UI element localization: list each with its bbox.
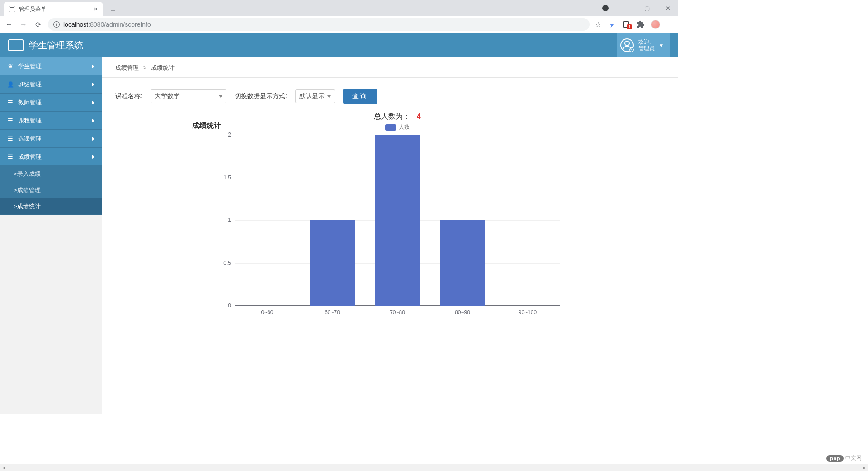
site-info-icon[interactable]: i (53, 21, 60, 28)
y-axis-tick: 1 (228, 217, 235, 223)
monitor-icon (9, 6, 15, 12)
reload-button[interactable]: ⟳ (33, 20, 42, 29)
monitor-icon (8, 39, 24, 51)
browser-tab[interactable]: 管理员菜单 × (4, 2, 103, 16)
sidebar-subitem-enter-score[interactable]: >录入成绩 (0, 166, 102, 182)
chevron-right-icon (92, 64, 94, 69)
display-mode-select[interactable]: 默认显示 (295, 89, 335, 103)
sidebar-subitem-manage-score[interactable]: >成绩管理 (0, 182, 102, 198)
brand: 学生管理系统 (8, 39, 83, 52)
search-button[interactable]: 查询 (343, 89, 377, 104)
forward-button[interactable]: → (19, 20, 28, 29)
y-axis-tick: 0 (228, 302, 235, 309)
app-body: 学生管理 班级管理 教师管理 课程管理 选课管理 成绩管理 >录入成绩 >成绩管… (0, 57, 678, 414)
total-count-label: 总人数为： (374, 113, 410, 120)
bar[interactable] (375, 135, 420, 306)
breadcrumb: 成绩管理 > 成绩统计 (102, 57, 678, 78)
tab-strip: 管理员菜单 × ＋ — ▢ ✕ (0, 0, 678, 16)
chart-container: 成绩统计 总人数为： 4 人数 00.511.520 (102, 108, 678, 325)
bar-slot (300, 135, 365, 306)
bar-slot (365, 135, 430, 306)
extensions-puzzle-icon[interactable] (637, 20, 645, 28)
course-name-label: 课程名称: (115, 92, 142, 100)
chart-plot: 00.511.520~6060~7070~8080~9090~100 (235, 135, 560, 316)
breadcrumb-current: 成绩统计 (151, 64, 175, 71)
sidebar-subitem-label: >录入成绩 (14, 170, 41, 178)
chevron-right-icon (92, 82, 94, 87)
toolbar-right: ☆ ➤ 1 ⋮ (595, 20, 674, 29)
maximize-button[interactable]: ▢ (637, 1, 657, 15)
sidebar-submenu-score: >录入成绩 >成绩管理 >成绩统计 (0, 166, 102, 215)
back-button[interactable]: ← (5, 20, 14, 29)
url-path: /admin/scoreInfo (104, 21, 151, 28)
x-axis-label: 60~70 (325, 309, 340, 316)
filter-bar: 课程名称: 大学数学 切换数据显示方式: 默认显示 查询 (102, 78, 678, 108)
sidebar-subitem-label: >成绩统计 (14, 203, 41, 211)
leaf-icon (7, 63, 14, 70)
close-icon[interactable]: × (94, 5, 98, 13)
sidebar-item-elective[interactable]: 选课管理 (0, 130, 102, 148)
sidebar-item-label: 成绩管理 (18, 153, 42, 161)
sidebar-item-label: 选课管理 (18, 135, 42, 143)
chevron-right-icon (92, 155, 94, 159)
gear-icon (629, 47, 634, 52)
breadcrumb-separator: > (143, 64, 147, 71)
chart-legend[interactable]: 人数 (235, 123, 560, 131)
chevron-right-icon (92, 118, 94, 123)
user-avatar-icon (620, 38, 634, 52)
app-title: 学生管理系统 (29, 39, 83, 52)
bars-container (235, 135, 560, 306)
address-bar: ← → ⟳ i localhost:8080/admin/scoreInfo ☆… (0, 16, 678, 33)
star-icon[interactable]: ☆ (595, 20, 601, 29)
y-axis-tick: 2 (228, 132, 235, 138)
list-icon (7, 153, 14, 160)
sidebar-item-teacher[interactable]: 教师管理 (0, 94, 102, 112)
kebab-menu-icon[interactable]: ⋮ (666, 20, 674, 29)
total-count-value: 4 (417, 113, 421, 120)
bar-slot (495, 135, 560, 306)
list-icon (7, 117, 14, 124)
chevron-down-icon: ▼ (659, 43, 664, 48)
extension-icon[interactable]: 1 (622, 20, 630, 28)
sidebar-item-course[interactable]: 课程管理 (0, 112, 102, 130)
display-mode-label: 切换数据显示方式: (235, 92, 287, 100)
sidebar-item-label: 课程管理 (18, 117, 42, 125)
display-mode-value: 默认显示 (299, 92, 325, 100)
course-select[interactable]: 大学数学 (151, 89, 226, 103)
chart-area: 总人数为： 4 人数 00.511.520~6060~7070~8080~909… (235, 121, 560, 316)
user-icon (7, 81, 14, 88)
sidebar-subitem-stat-score[interactable]: >成绩统计 (0, 198, 102, 215)
profile-avatar[interactable] (651, 20, 660, 29)
chart-title: 成绩统计 (192, 121, 221, 131)
legend-label: 人数 (399, 123, 410, 131)
sidebar-item-score[interactable]: 成绩管理 (0, 148, 102, 166)
bar[interactable] (440, 220, 486, 306)
main-content: 成绩管理 > 成绩统计 课程名称: 大学数学 切换数据显示方式: 默认显示 查询… (102, 57, 678, 414)
list-icon (7, 135, 14, 142)
omnibox[interactable]: i localhost:8080/admin/scoreInfo (48, 18, 590, 31)
sidebar-subitem-label: >成绩管理 (14, 186, 41, 194)
bird-extension-icon[interactable]: ➤ (606, 19, 617, 29)
bar-slot (430, 135, 495, 306)
close-window-button[interactable]: ✕ (657, 1, 678, 15)
course-select-value: 大学数学 (155, 92, 180, 100)
user-menu[interactable]: 欢迎, 管理员 ▼ (617, 33, 670, 57)
x-axis-label: 80~90 (455, 309, 470, 316)
x-axis-label: 0~60 (261, 309, 273, 316)
y-axis-tick: 0.5 (223, 260, 235, 266)
sidebar-item-label: 班级管理 (18, 80, 42, 89)
chart-header: 总人数为： 4 人数 (235, 112, 560, 131)
bar[interactable] (310, 220, 355, 306)
chevron-down-icon (219, 95, 222, 98)
sidebar-item-class[interactable]: 班级管理 (0, 75, 102, 94)
sidebar: 学生管理 班级管理 教师管理 课程管理 选课管理 成绩管理 >录入成绩 >成绩管… (0, 57, 102, 414)
window-controls: — ▢ ✕ (595, 0, 678, 16)
chevron-down-icon (327, 95, 331, 98)
new-tab-button[interactable]: ＋ (107, 4, 119, 16)
sidebar-item-student[interactable]: 学生管理 (0, 57, 102, 75)
browser-chrome: 管理员菜单 × ＋ — ▢ ✕ ← → ⟳ i localhost:8080/a… (0, 0, 678, 33)
minimize-button[interactable]: — (616, 1, 637, 15)
bar-slot (235, 135, 300, 306)
total-count-line: 总人数为： 4 (235, 112, 560, 122)
breadcrumb-parent[interactable]: 成绩管理 (115, 64, 139, 71)
